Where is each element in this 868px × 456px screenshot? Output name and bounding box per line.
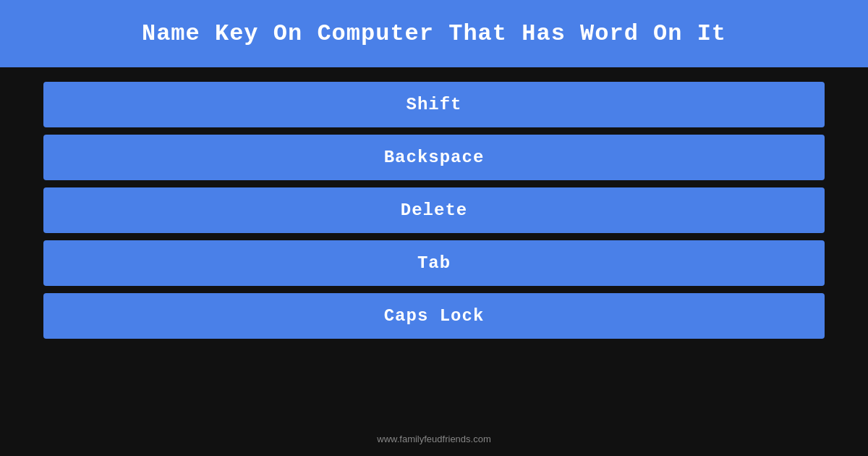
page-title: Name Key On Computer That Has Word On It	[142, 20, 726, 47]
header-section: Name Key On Computer That Has Word On It	[0, 0, 868, 67]
answer-label-1: Shift	[406, 95, 461, 114]
answer-button-1[interactable]: Shift	[43, 82, 825, 127]
answer-label-3: Delete	[401, 200, 467, 220]
answer-button-2[interactable]: Backspace	[43, 135, 825, 180]
answer-button-3[interactable]: Delete	[43, 187, 825, 233]
footer-section: www.familyfeudfriends.com	[377, 426, 491, 456]
answers-container: ShiftBackspaceDeleteTabCaps Lock	[0, 67, 868, 426]
answer-label-5: Caps Lock	[384, 306, 485, 326]
answer-label-4: Tab	[417, 253, 451, 273]
answer-label-2: Backspace	[384, 148, 485, 167]
footer-url: www.familyfeudfriends.com	[377, 434, 491, 444]
answer-button-5[interactable]: Caps Lock	[43, 293, 825, 339]
answer-button-4[interactable]: Tab	[43, 240, 825, 286]
